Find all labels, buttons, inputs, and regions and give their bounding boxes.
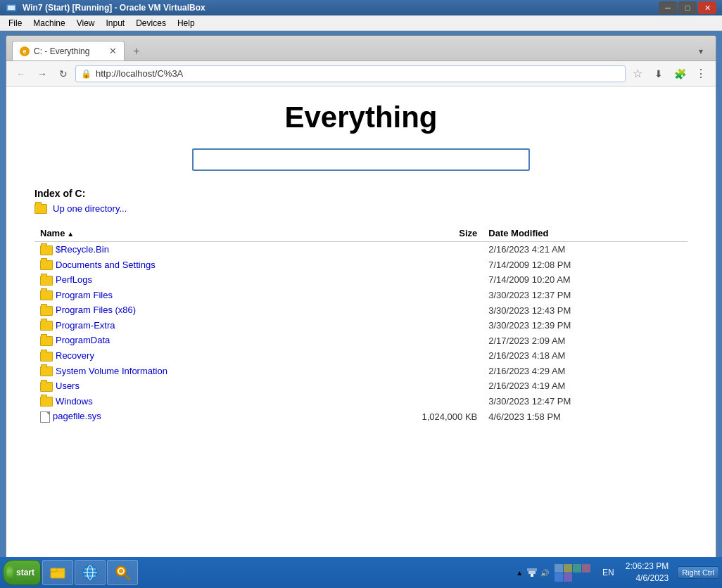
browser-nav: ← → ↻ 🔒 ☆ ⬇ 🧩 ⋮ bbox=[6, 61, 716, 87]
file-name-cell: Program Files (x86) bbox=[34, 302, 337, 318]
tray-chevron[interactable]: ▲ bbox=[514, 567, 525, 578]
folder-link[interactable]: ProgramData bbox=[56, 335, 110, 345]
back-button[interactable]: ← bbox=[12, 65, 30, 83]
folder-link[interactable]: $Recycle.Bin bbox=[56, 244, 109, 255]
title-bar-buttons: ─ □ ✕ bbox=[659, 1, 716, 14]
maximize-button[interactable]: □ bbox=[678, 1, 697, 14]
menu-devices[interactable]: Devices bbox=[130, 17, 172, 30]
folder-link[interactable]: Program-Extra bbox=[56, 320, 115, 331]
downloads-button[interactable]: ⬇ bbox=[650, 65, 668, 83]
table-row: Documents and Settings7/14/2009 12:08 PM bbox=[34, 257, 688, 273]
clock-date: 4/6/2023 bbox=[626, 573, 669, 584]
tab-close-button[interactable]: ✕ bbox=[109, 46, 117, 56]
table-row: pagefile.sys1,024,000 KB4/6/2023 1:58 PM bbox=[34, 409, 688, 425]
table-row: Recovery2/16/2023 4:18 AM bbox=[34, 348, 688, 364]
address-lock-icon: 🔒 bbox=[81, 69, 91, 79]
file-date-cell: 2/16/2023 4:18 AM bbox=[483, 348, 688, 364]
folder-link[interactable]: System Volume Information bbox=[56, 366, 167, 376]
tray-icon-3[interactable] bbox=[573, 564, 581, 573]
taskbar-item-browser[interactable] bbox=[75, 560, 106, 585]
file-icon bbox=[40, 411, 50, 423]
extra-tray-icons bbox=[552, 564, 594, 582]
folder-link[interactable]: Program Files bbox=[56, 290, 113, 300]
tray-language[interactable]: EN bbox=[600, 560, 617, 585]
title-bar: Win7 (Start) [Running] - Oracle VM Virtu… bbox=[0, 0, 722, 15]
close-button[interactable]: ✕ bbox=[698, 1, 716, 14]
folder-link[interactable]: PerfLogs bbox=[56, 274, 92, 285]
col-size-header[interactable]: Size bbox=[337, 225, 483, 242]
table-row: Windows3/30/2023 12:47 PM bbox=[34, 394, 688, 409]
explorer-icon bbox=[48, 563, 68, 582]
reload-button[interactable]: ↻ bbox=[54, 65, 72, 83]
taskbar-item-everything[interactable] bbox=[107, 560, 138, 585]
forward-button[interactable]: → bbox=[33, 65, 51, 83]
col-name-header[interactable]: Name bbox=[34, 225, 337, 242]
tray-network-icon[interactable] bbox=[526, 567, 538, 578]
menu-bar: File Machine View Input Devices Help bbox=[0, 15, 722, 31]
file-link[interactable]: pagefile.sys bbox=[53, 411, 101, 421]
file-name-cell: PerfLogs bbox=[34, 272, 337, 288]
svg-rect-1 bbox=[8, 6, 15, 10]
tabs-dropdown-button[interactable]: ▾ bbox=[692, 42, 710, 60]
folder-icon bbox=[40, 260, 53, 270]
folder-icon bbox=[40, 397, 53, 407]
up-dir-link[interactable]: Up one directory... bbox=[53, 203, 127, 214]
file-date-cell: 2/16/2023 4:19 AM bbox=[483, 378, 688, 394]
start-button[interactable]: start bbox=[3, 560, 41, 585]
folder-icon bbox=[40, 336, 53, 346]
menu-view[interactable]: View bbox=[71, 17, 101, 30]
file-name-cell: Recovery bbox=[34, 348, 337, 364]
file-size-cell bbox=[337, 394, 483, 409]
col-date-header[interactable]: Date Modified bbox=[483, 225, 688, 242]
search-input[interactable] bbox=[192, 148, 530, 171]
file-size-cell bbox=[337, 318, 483, 333]
browser-window: e C: - Everything ✕ + ▾ ← → ↻ 🔒 ☆ ⬇ 🧩 ⋮ … bbox=[6, 35, 716, 582]
folder-link[interactable]: Program Files (x86) bbox=[56, 305, 136, 315]
tab-favicon: e bbox=[20, 46, 30, 56]
file-name-cell: $Recycle.Bin bbox=[34, 242, 337, 257]
file-size-cell bbox=[337, 288, 483, 303]
folder-link[interactable]: Documents and Settings bbox=[56, 260, 156, 270]
system-clock[interactable]: 2:06:23 PM 4/6/2023 bbox=[620, 561, 674, 584]
taskbar-item-explorer[interactable] bbox=[42, 560, 73, 585]
tray-icon-1[interactable] bbox=[555, 564, 563, 573]
new-tab-button[interactable]: + bbox=[127, 42, 146, 60]
folder-link[interactable]: Windows bbox=[56, 396, 93, 407]
tray-icon-6[interactable] bbox=[564, 573, 572, 582]
address-input[interactable] bbox=[75, 65, 626, 82]
file-name-cell: Users bbox=[34, 378, 337, 394]
file-size-cell bbox=[337, 378, 483, 394]
file-date-cell: 3/30/2023 12:37 PM bbox=[483, 288, 688, 303]
table-row: PerfLogs7/14/2009 10:20 AM bbox=[34, 272, 688, 288]
browser-tab-active[interactable]: e C: - Everything ✕ bbox=[12, 41, 125, 60]
minimize-button[interactable]: ─ bbox=[659, 1, 677, 14]
file-name-cell: Program-Extra bbox=[34, 318, 337, 333]
file-date-cell: 4/6/2023 1:58 PM bbox=[483, 409, 688, 425]
right-ctrl-button[interactable]: Right Ctrl bbox=[677, 566, 719, 579]
tray-icon-5[interactable] bbox=[555, 573, 563, 582]
folder-icon bbox=[40, 245, 53, 255]
menu-machine[interactable]: Machine bbox=[27, 17, 70, 30]
folder-icon bbox=[40, 306, 53, 316]
file-date-cell: 7/14/2009 12:08 PM bbox=[483, 257, 688, 273]
bookmark-star-button[interactable]: ☆ bbox=[628, 65, 647, 83]
extensions-button[interactable]: 🧩 bbox=[671, 65, 689, 83]
folder-link[interactable]: Recovery bbox=[56, 350, 94, 361]
os-window: Win7 (Start) [Running] - Oracle VM Virtu… bbox=[0, 0, 722, 588]
browser-menu-button[interactable]: ⋮ bbox=[692, 65, 710, 83]
folder-icon bbox=[40, 276, 53, 286]
tray-icon-2[interactable] bbox=[564, 564, 572, 573]
menu-file[interactable]: File bbox=[3, 17, 27, 30]
folder-link[interactable]: Users bbox=[56, 381, 80, 391]
tray-icons: ▲ 🔊 bbox=[511, 564, 597, 582]
tray-volume-icon[interactable]: 🔊 bbox=[539, 567, 550, 578]
menu-help[interactable]: Help bbox=[172, 17, 201, 30]
browser-tabs: e C: - Everything ✕ + ▾ bbox=[6, 36, 716, 61]
window-title: Win7 (Start) [Running] - Oracle VM Virtu… bbox=[23, 3, 653, 13]
browser-content: Everything Index of C: Up one directory.… bbox=[6, 87, 716, 582]
menu-input[interactable]: Input bbox=[101, 17, 131, 30]
folder-icon bbox=[40, 321, 53, 331]
svg-line-10 bbox=[125, 575, 129, 580]
tray-icon-4[interactable] bbox=[582, 564, 590, 573]
file-date-cell: 3/30/2023 12:39 PM bbox=[483, 318, 688, 333]
